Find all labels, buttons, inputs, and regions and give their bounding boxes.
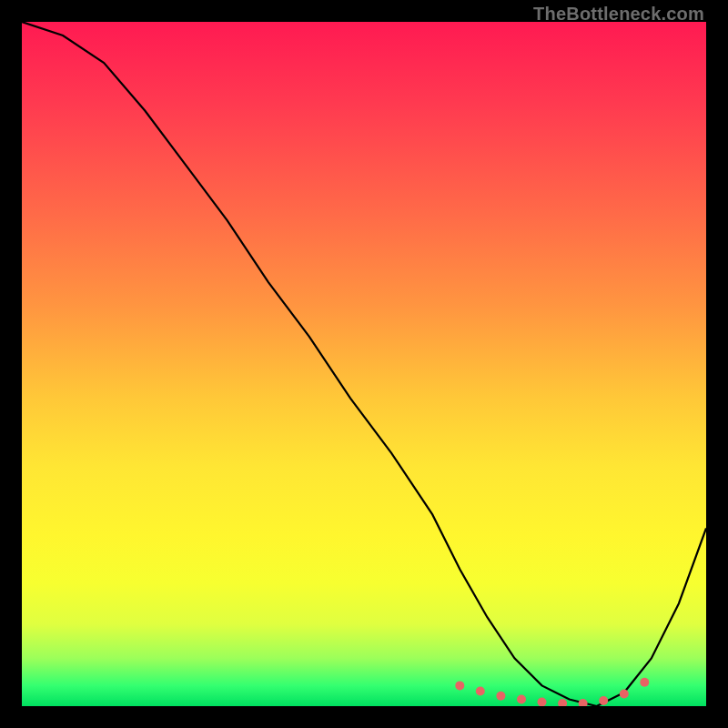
marker-point: [538, 698, 547, 707]
chart-frame: TheBottleneck.com: [0, 0, 728, 728]
chart-svg: [22, 22, 706, 706]
marker-point: [496, 692, 505, 701]
highlight-markers: [455, 678, 649, 706]
marker-point: [599, 696, 608, 705]
marker-point: [455, 681, 464, 690]
marker-point: [579, 699, 588, 706]
marker-point: [558, 699, 567, 706]
marker-point: [476, 687, 485, 696]
marker-point: [620, 690, 629, 699]
marker-point: [640, 678, 649, 687]
plot-area: [22, 22, 706, 706]
marker-point: [517, 695, 526, 704]
bottleneck-curve: [22, 22, 706, 706]
